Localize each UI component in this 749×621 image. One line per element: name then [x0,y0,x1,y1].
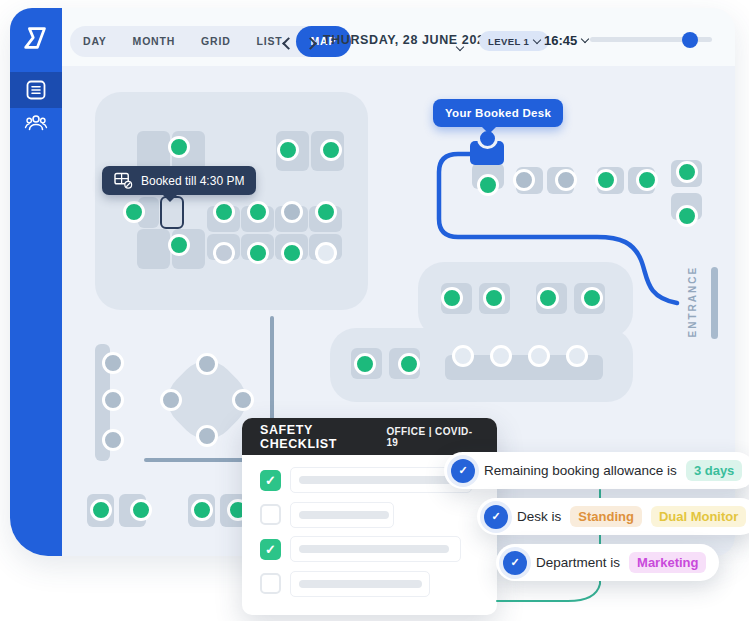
desk-seat-available[interactable] [247,242,269,264]
desk-seat-taken[interactable] [513,169,535,191]
chevron-down-icon [533,36,541,44]
desk-seat-available[interactable] [676,161,698,183]
desk-seat-taken[interactable] [160,389,182,411]
sidebar-item-bookings[interactable] [26,80,46,100]
desk-seat-available[interactable] [537,287,559,309]
desk-seat-available[interactable] [581,287,603,309]
level-label: LEVEL 1 [488,36,529,47]
time-selector[interactable]: 16:45 [544,33,588,48]
desk-seat-taken[interactable] [102,429,124,451]
desk-seat-available[interactable] [123,201,145,223]
checklist-text-field [290,536,461,562]
desk-seat-available[interactable] [315,201,337,223]
badge-tag-purple: Marketing [629,552,706,573]
desk-seat-available[interactable] [90,499,112,521]
time-slider-handle[interactable] [682,32,698,48]
desk-booking-app: DAYMONTHGRIDLISTMAP THURSDAY, 28 JUNE 20… [0,0,749,621]
your-desk-tooltip: Your Booked Desk [433,99,563,127]
desk-seat-taken[interactable] [102,389,124,411]
chevron-right-icon [304,37,317,50]
desk[interactable] [137,131,170,171]
desk-seat-available[interactable] [441,287,463,309]
booked-desk-tooltip: Booked till 4:30 PM [102,166,256,195]
prev-day-button[interactable] [284,34,293,52]
desk-seat-available[interactable] [477,174,499,196]
list-icon [26,80,46,100]
info-badge: ✓Desk isStandingDual Monitor [477,498,749,535]
checkbox-unchecked[interactable] [260,504,281,525]
checklist-text-field [290,571,430,597]
checklist-item [260,571,479,597]
desk-seat-available[interactable] [398,353,420,375]
next-day-button[interactable] [306,34,315,52]
booked-tooltip-label: Booked till 4:30 PM [141,174,244,188]
chevron-down-icon [581,35,589,43]
sidebar-item-people[interactable] [24,112,48,134]
desk-seat-available[interactable] [281,242,303,264]
tab-grid[interactable]: GRID [188,26,243,57]
desk-seat-taken[interactable] [555,169,577,191]
desk-seat-taken[interactable] [281,201,303,223]
desk-seat-available[interactable] [191,499,213,521]
checklist-subtitle: OFFICE | COVID-19 [386,426,479,448]
badge-tag-orange: Standing [570,506,642,527]
people-icon [24,112,48,134]
desk-seat-empty[interactable] [528,345,550,367]
desk-seat-taken[interactable] [196,425,218,447]
check-circle-icon: ✓ [451,459,475,483]
desk-seat-taken[interactable] [232,389,254,411]
your-desk-tooltip-label: Your Booked Desk [445,107,551,119]
info-badge: ✓Department isMarketing [496,544,719,581]
tab-day[interactable]: DAY [70,26,120,57]
desk-seat-available[interactable] [595,169,617,191]
info-badge: ✓Remaining booking allowance is3 days [444,452,749,489]
level-selector[interactable]: LEVEL 1 [479,31,549,51]
entrance-door [711,267,718,339]
skeleton-text [299,545,449,553]
desk-blocked-icon [114,172,133,189]
checklist-text-field [290,502,394,528]
desk-seat-available[interactable] [354,353,376,375]
desk-seat-available[interactable] [213,201,235,223]
desk-seat-empty[interactable] [315,242,337,264]
entrance-label: ENTRANCE [687,268,698,338]
time-label: 16:45 [544,33,577,48]
badge-text: Desk is [517,509,561,524]
brand-logo-icon [20,22,52,54]
badge-text: Remaining booking allowance is [484,463,677,478]
desk-seat-empty[interactable] [452,345,474,367]
skeleton-text [299,511,389,519]
desk-seat-available[interactable] [130,499,152,521]
current-date[interactable]: THURSDAY, 28 JUNE 2021 [323,33,492,47]
checklist-title: SAFETY CHECKLIST [260,423,386,451]
desk[interactable] [137,229,170,269]
desk-seat-available[interactable] [247,201,269,223]
checklist-item: ✓ [260,536,479,562]
checkbox-checked[interactable]: ✓ [260,470,281,491]
desk-seat-available[interactable] [636,169,658,191]
check-circle-icon: ✓ [484,505,508,529]
skeleton-text [299,476,455,484]
desk-seat-available[interactable] [277,139,299,161]
desk-seat-available[interactable] [676,205,698,227]
chevron-down-icon [456,43,464,51]
badge-tag-green: 3 days [686,460,742,481]
date-dropdown[interactable] [457,36,463,54]
desk-seat-available[interactable] [168,234,190,256]
badge-tag-yellow: Dual Monitor [651,506,746,527]
tab-month[interactable]: MONTH [120,26,189,57]
desk-seat-taken[interactable] [196,353,218,375]
skeleton-text [299,580,422,588]
checklist-header: SAFETY CHECKLIST OFFICE | COVID-19 [242,418,497,455]
desk-seat-available[interactable] [168,136,190,158]
desk-seat-empty[interactable] [566,345,588,367]
badge-text: Department is [536,555,620,570]
safety-checklist-panel: SAFETY CHECKLIST OFFICE | COVID-19 ✓✓ [242,418,497,615]
desk-seat-available[interactable] [320,139,342,161]
desk-seat-available[interactable] [483,287,505,309]
checkbox-unchecked[interactable] [260,573,281,594]
checkbox-checked[interactable]: ✓ [260,539,281,560]
desk-seat-muted[interactable] [213,242,235,264]
desk-seat-taken[interactable] [102,352,124,374]
desk-seat-empty[interactable] [490,345,512,367]
